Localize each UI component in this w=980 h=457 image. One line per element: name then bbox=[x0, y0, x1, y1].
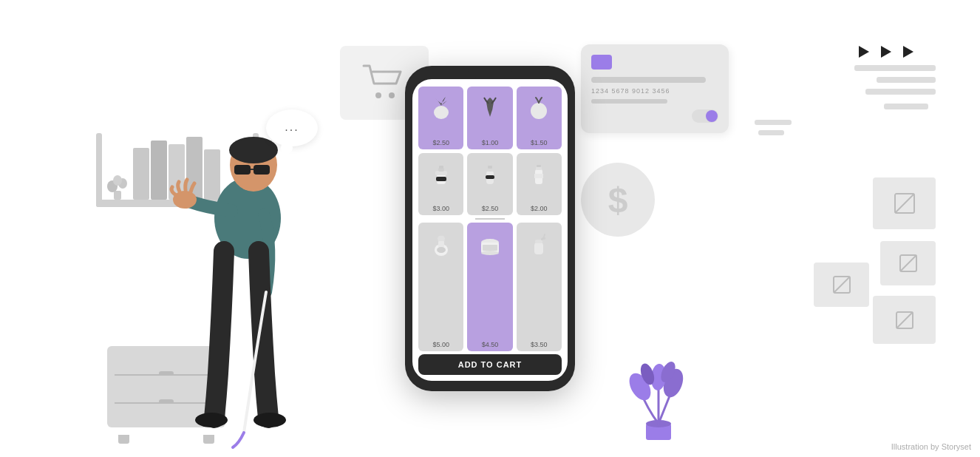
price-1: $2.50 bbox=[432, 139, 449, 146]
svg-point-1 bbox=[389, 92, 395, 98]
price-9: $3.50 bbox=[531, 341, 548, 348]
plant-decoration bbox=[625, 339, 692, 442]
svg-rect-33 bbox=[486, 175, 494, 179]
svg-rect-32 bbox=[488, 166, 492, 169]
svg-rect-29 bbox=[436, 177, 446, 181]
svg-line-7 bbox=[834, 277, 850, 293]
svg-point-0 bbox=[375, 92, 381, 98]
dollar-circle: $ bbox=[581, 163, 655, 237]
product-grid-2: $5.00 $4.50 bbox=[418, 223, 562, 351]
product-cell-9: $3.50 bbox=[517, 223, 562, 351]
person-illustration bbox=[144, 85, 351, 455]
add-to-cart-button[interactable]: ADD TO CART bbox=[418, 354, 562, 375]
product-cell-4: $3.00 bbox=[418, 153, 463, 216]
credit-card: 1234 5678 9012 3456 bbox=[581, 44, 729, 133]
separator-line bbox=[475, 218, 505, 220]
shelf-plant bbox=[106, 163, 129, 200]
cart-icon bbox=[362, 64, 406, 101]
card-toggle-dot bbox=[706, 110, 718, 122]
svg-rect-28 bbox=[439, 166, 443, 169]
svg-rect-18 bbox=[253, 165, 270, 175]
small-bar-r2 bbox=[758, 130, 784, 135]
card-number-line bbox=[591, 77, 706, 83]
card-chip bbox=[591, 55, 612, 70]
small-bar-r1 bbox=[755, 120, 792, 125]
play-controls bbox=[859, 46, 913, 58]
product-cell-5: $2.50 bbox=[467, 153, 512, 216]
svg-line-5 bbox=[900, 255, 916, 271]
play-icon-2[interactable] bbox=[881, 46, 891, 58]
gray-bar-2 bbox=[877, 77, 936, 83]
gray-bar-1 bbox=[854, 65, 936, 71]
product-cell-8: $4.50 bbox=[467, 223, 512, 351]
svg-point-23 bbox=[434, 106, 449, 119]
svg-rect-10 bbox=[114, 191, 121, 200]
price-6: $2.00 bbox=[531, 205, 548, 212]
price-4: $3.00 bbox=[432, 205, 449, 212]
svg-rect-37 bbox=[534, 174, 543, 178]
price-3: $1.50 bbox=[531, 139, 548, 146]
product-grid: $2.50 $1.00 bbox=[418, 87, 562, 215]
svg-point-16 bbox=[229, 137, 278, 163]
product-cell-6: $2.00 bbox=[517, 153, 562, 216]
play-icon-3[interactable] bbox=[903, 46, 913, 58]
product-cell-3: $1.50 bbox=[517, 87, 562, 149]
price-5: $2.50 bbox=[482, 205, 499, 212]
product-cell-7: $5.00 bbox=[418, 223, 463, 351]
price-7: $5.00 bbox=[432, 341, 449, 348]
image-placeholder-4 bbox=[873, 296, 936, 344]
svg-line-9 bbox=[896, 312, 913, 328]
speech-dots: ... bbox=[285, 121, 299, 134]
card-number-text: 1234 5678 9012 3456 bbox=[591, 87, 718, 95]
attribution-text: Illustration by Storyset bbox=[891, 442, 971, 451]
svg-rect-44 bbox=[483, 245, 497, 251]
scene: 1234 5678 9012 3456 $ bbox=[0, 0, 980, 457]
svg-rect-17 bbox=[234, 165, 251, 175]
price-2: $1.00 bbox=[482, 139, 499, 146]
svg-line-3 bbox=[895, 194, 914, 213]
card-toggle bbox=[692, 109, 718, 123]
play-icon-1[interactable] bbox=[859, 46, 869, 58]
svg-point-13 bbox=[113, 175, 122, 186]
svg-point-21 bbox=[195, 413, 228, 427]
svg-point-22 bbox=[253, 413, 286, 427]
speech-bubble: ... bbox=[266, 109, 318, 146]
svg-point-40 bbox=[437, 247, 446, 253]
svg-rect-36 bbox=[537, 165, 541, 167]
phone-notch bbox=[468, 66, 512, 78]
product-cell-1: $2.50 bbox=[418, 87, 463, 149]
mobile-phone: $2.50 $1.00 bbox=[405, 66, 575, 391]
image-placeholder-2 bbox=[880, 241, 936, 285]
product-cell-2: $1.00 bbox=[467, 87, 512, 149]
svg-point-24 bbox=[531, 103, 547, 119]
phone-screen: $2.50 $1.00 bbox=[412, 79, 568, 381]
gray-bar-4 bbox=[884, 104, 928, 109]
svg-point-43 bbox=[481, 251, 499, 255]
image-placeholder-3 bbox=[814, 263, 869, 307]
price-8: $4.50 bbox=[482, 341, 499, 348]
svg-rect-45 bbox=[534, 243, 543, 254]
card-small-line bbox=[591, 99, 667, 104]
gray-bar-3 bbox=[865, 89, 936, 95]
image-placeholder-1 bbox=[873, 177, 936, 229]
